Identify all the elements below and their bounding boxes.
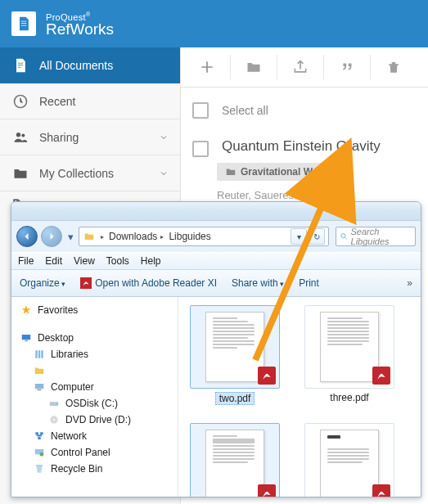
pdf-icon <box>372 367 390 385</box>
sidebar-item-sharing[interactable]: Sharing <box>0 119 180 155</box>
file-thumbnail[interactable] <box>190 423 280 497</box>
svg-point-1 <box>16 133 20 137</box>
file-item[interactable]: two.pdf <box>187 305 283 405</box>
forward-button[interactable] <box>41 226 62 247</box>
svg-rect-5 <box>22 335 31 340</box>
file-name[interactable]: two.pdf <box>215 392 255 405</box>
open-with-button[interactable]: Open with Adobe Reader XI <box>80 277 217 289</box>
chevron-down-icon <box>159 169 169 178</box>
pdf-icon <box>372 484 390 497</box>
svg-point-10 <box>56 403 57 404</box>
sidebar-item-all-documents[interactable]: All Documents <box>0 47 180 83</box>
star-icon <box>20 304 33 317</box>
folder-icon <box>83 230 96 243</box>
menu-edit[interactable]: Edit <box>45 255 62 267</box>
breadcrumb-libguides[interactable]: Libguides <box>169 231 210 242</box>
collection-chip-label: Gravitational W… <box>241 166 322 178</box>
adobe-reader-icon <box>80 277 92 289</box>
command-bar: Organize Open with Adobe Reader XI Share… <box>11 270 421 297</box>
menu-help[interactable]: Help <box>141 255 161 267</box>
file-pane[interactable]: two.pdf three.pdf ONE.pdf <box>178 297 421 497</box>
file-item[interactable]: three.pdf <box>301 305 398 405</box>
brand-block: ProQuest® RefWorks <box>46 10 114 38</box>
chevron-down-icon <box>159 133 169 142</box>
checkbox[interactable] <box>192 102 209 119</box>
breadcrumb-downloads[interactable]: Downloads ▸ <box>109 231 164 242</box>
checkbox[interactable] <box>192 141 209 157</box>
network-icon <box>33 430 46 443</box>
sidebar-item-my-collections[interactable]: My Collections <box>0 155 180 191</box>
app-header: ProQuest® RefWorks <box>0 0 428 47</box>
history-dropdown[interactable]: ▾ <box>65 227 75 246</box>
brand-big: RefWorks <box>46 21 114 38</box>
file-thumbnail[interactable] <box>304 423 394 497</box>
window-titlebar[interactable] <box>11 202 421 221</box>
file-thumbnail[interactable] <box>304 305 394 389</box>
tree-computer[interactable]: Computer <box>15 379 174 395</box>
svg-rect-14 <box>40 432 43 434</box>
back-button[interactable] <box>16 226 38 247</box>
add-button[interactable] <box>186 47 228 87</box>
svg-point-17 <box>40 452 44 457</box>
menubar: File Edit View Tools Help <box>11 252 421 270</box>
search-placeholder: Search Libguides <box>351 227 412 246</box>
sidebar-item-label: Recent <box>39 95 75 108</box>
toolbar <box>181 47 428 88</box>
tree-control-panel[interactable]: Control Panel <box>15 444 174 461</box>
tree-network[interactable]: Network <box>15 428 174 444</box>
delete-button[interactable] <box>372 47 415 87</box>
address-bar[interactable]: ▸ Downloads ▸ Libguides ▾ ↻ <box>79 227 329 246</box>
share-button[interactable] <box>279 47 322 87</box>
document-icon <box>11 56 29 74</box>
control-panel-icon <box>33 446 46 459</box>
print-button[interactable]: Print <box>299 277 319 289</box>
share-with-menu[interactable]: Share with <box>232 277 284 289</box>
select-all-label: Select all <box>222 104 268 117</box>
libraries-icon <box>33 348 46 361</box>
overflow-button[interactable]: » <box>407 277 412 289</box>
drive-icon <box>47 397 61 410</box>
people-icon <box>11 128 29 146</box>
document-list: Select all Quantum Einstein Gravity Grav… <box>181 88 428 201</box>
svg-point-4 <box>341 233 345 237</box>
desktop-icon <box>20 331 33 344</box>
refresh-button[interactable]: ↻ <box>309 228 325 245</box>
collection-chip[interactable]: Gravitational W… <box>217 163 331 181</box>
tree-recycle-bin[interactable]: Recycle Bin <box>15 461 174 477</box>
search-input[interactable]: Search Libguides <box>336 227 416 246</box>
tree-favorites[interactable]: Favorites <box>15 302 174 318</box>
organize-menu[interactable]: Organize <box>20 277 65 289</box>
menu-file[interactable]: File <box>18 255 34 267</box>
svg-rect-7 <box>35 384 44 389</box>
nav-tree: Favorites Desktop Libraries Computer OSD… <box>11 297 178 497</box>
menu-view[interactable]: View <box>74 255 95 267</box>
quote-button[interactable] <box>326 47 368 87</box>
folder-button[interactable] <box>232 47 275 87</box>
tree-dvd[interactable]: DVD Drive (D:) <box>15 412 174 428</box>
sidebar-item-recent[interactable]: Recent <box>0 83 180 119</box>
explorer-window[interactable]: ▾ ▸ Downloads ▸ Libguides ▾ ↻ Search Lib… <box>11 201 421 497</box>
menu-tools[interactable]: Tools <box>106 255 129 267</box>
folder-icon <box>33 364 46 377</box>
entry-author: Reuter, Saueressig - 201… <box>217 189 417 201</box>
address-dropdown[interactable]: ▾ <box>291 228 307 245</box>
tree-libraries[interactable]: Libraries <box>15 346 174 362</box>
file-item[interactable]: ONE.pdf <box>187 423 283 497</box>
document-entry[interactable]: Quantum Einstein Gravity Gravitational W… <box>192 138 417 201</box>
sidebar-item-label: Sharing <box>39 131 79 144</box>
file-item[interactable]: higgs.pdf <box>301 423 398 497</box>
select-all-row[interactable]: Select all <box>192 102 417 119</box>
tree-user[interactable] <box>15 362 174 379</box>
svg-rect-6 <box>25 340 28 341</box>
sidebar-item-label: All Documents <box>39 59 113 72</box>
svg-rect-8 <box>38 389 42 390</box>
folder-icon <box>11 164 29 182</box>
entry-title: Quantum Einstein Gravity <box>222 138 381 155</box>
sidebar-item-label: My Collections <box>39 167 114 180</box>
tree-desktop[interactable]: Desktop <box>15 330 174 346</box>
svg-rect-15 <box>38 437 41 439</box>
file-thumbnail[interactable] <box>190 305 280 389</box>
clock-icon <box>11 92 29 110</box>
tree-osdisk[interactable]: OSDisk (C:) <box>15 395 174 412</box>
disc-icon <box>47 413 61 426</box>
